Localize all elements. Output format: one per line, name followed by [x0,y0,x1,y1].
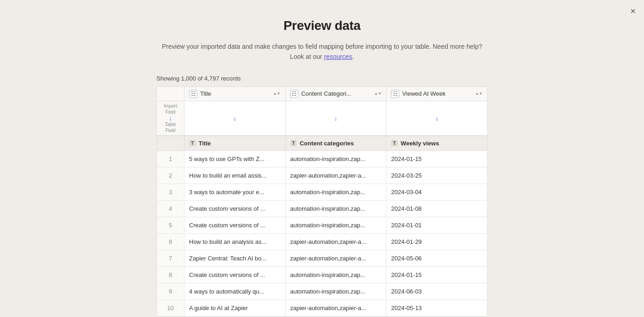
table-row: 7 Zapier Central: Teach AI bo... zapier-… [157,250,487,267]
cell-date: 2024-01-01 [386,217,487,233]
cell-title: 4 ways to automatically qu... [184,283,286,300]
table-row: 9 4 ways to automatically qu... automati… [157,283,487,300]
mapping-arrow-label: ↓ [169,115,172,121]
table-field-row: T Title T Content categories T Weekly vi… [157,136,487,151]
cell-title: Create custom versions of ... [184,201,286,217]
cell-title: 3 ways to automate your e... [184,184,286,200]
cell-title: Zapier Central: Teach AI bo... [184,250,286,266]
cell-date: 2024-01-15 [386,151,487,167]
row-number: 2 [157,167,184,184]
mapping-arrow-views: ↓ [386,101,487,136]
table-row: 1 5 ways to use GPTs with Z... automatio… [157,151,487,167]
cell-date: 2024-05-13 [386,300,487,316]
sort-arrows-views[interactable]: ▲▼ [475,92,483,96]
col-icon-views: ☷ [391,90,399,98]
row-number: 6 [157,234,184,250]
row-number: 7 [157,250,184,266]
row-number: 9 [157,283,184,300]
cell-date: 2024-01-08 [386,201,487,217]
table-field-title: T Title [184,136,286,150]
col-icon-categories: ☷ [290,90,299,98]
row-num-spacer [157,87,184,101]
cell-categories: automation-inspiration,zap... [286,217,387,233]
table-field-views: T Weekly views [386,136,487,150]
page-container: Preview data Preview your imported data … [147,0,497,317]
cell-categories: zapier-automation,zapier-a... [286,167,387,184]
row-number: 4 [157,201,184,217]
row-number: 3 [157,184,184,200]
cell-title: Create custom versions of ... [184,267,286,283]
table-field-categories: T Content categories [286,136,387,150]
cell-title: Create custom versions of ... [184,217,286,233]
cell-date: 2024-03-25 [386,167,487,184]
cell-date: 2024-03-04 [386,184,487,200]
cell-categories: automation-inspiration,zap... [286,267,387,283]
table-field-spacer [157,136,184,150]
cell-date: 2024-06-03 [386,283,487,300]
mapping-arrow-title: ↓ [184,101,286,136]
import-field-label: Import Field ↓ Table Field [157,101,184,136]
cell-categories: automation-inspiration,zap... [286,184,387,200]
cell-date: 2024-01-15 [386,267,487,283]
cell-categories: zapier-automation,zapier-a... [286,234,387,250]
cell-categories: automation-inspiration,zap... [286,151,387,167]
sort-arrows-categories[interactable]: ▲▼ [374,92,382,96]
table-row: 5 Create custom versions of ... automati… [157,217,487,234]
col-header-title[interactable]: ☷ Title ▲▼ [184,87,286,101]
table-row: 2 How to build an email assis... zapier-… [157,167,487,184]
table-row: 6 How to build an analysis as... zapier-… [157,234,487,250]
close-button[interactable]: × [630,6,636,16]
cell-title: How to build an analysis as... [184,234,286,250]
cell-categories: automation-inspiration,zap... [286,201,387,217]
table-row: 10 A guide to AI at Zapier zapier-automa… [157,300,487,316]
page-title: Preview data [156,18,488,33]
cell-title: How to build an email assis... [184,167,286,184]
type-icon-categories: T [290,140,297,146]
table-row: 4 Create custom versions of ... automati… [157,201,487,217]
type-icon-views: T [391,140,398,146]
col-icon-title: ☷ [189,90,197,98]
cell-title: A guide to AI at Zapier [184,300,286,316]
row-number: 5 [157,217,184,233]
row-number: 8 [157,267,184,283]
resources-link[interactable]: resources [324,53,352,60]
table-row: 3 3 ways to automate your e... automatio… [157,184,487,201]
records-info: Showing 1,000 of 4,797 records [156,75,488,82]
cell-date: 2024-05-06 [386,250,487,266]
mapping-arrow-categories: ↓ [286,101,387,136]
cell-title: 5 ways to use GPTs with Z... [184,151,286,167]
col-header-categories[interactable]: ☷ Content Categori... ▲▼ [286,87,387,101]
cell-date: 2024-01-29 [386,234,487,250]
sort-arrows-title[interactable]: ▲▼ [273,92,281,96]
column-headers-row: ☷ Title ▲▼ ☷ Content Categori... ▲▼ ☷ Vi… [157,87,487,101]
col-header-views[interactable]: ☷ Viewed At Week ▲▼ [386,87,487,101]
page-subtitle: Preview your imported data and make chan… [156,41,488,62]
field-mapping-row: Import Field ↓ Table Field ↓ ↓ ↓ [157,101,487,136]
row-number: 1 [157,151,184,167]
cell-categories: zapier-automation,zapier-a... [286,250,387,266]
cell-categories: automation-inspiration,zap... [286,283,387,300]
table-row: 8 Create custom versions of ... automati… [157,267,487,283]
row-number: 10 [157,300,184,316]
data-rows-container: 1 5 ways to use GPTs with Z... automatio… [157,151,487,316]
type-icon-title: T [189,140,196,146]
data-table: ☷ Title ▲▼ ☷ Content Categori... ▲▼ ☷ Vi… [156,86,488,317]
cell-categories: zapier-automation,zapier-a... [286,300,387,316]
